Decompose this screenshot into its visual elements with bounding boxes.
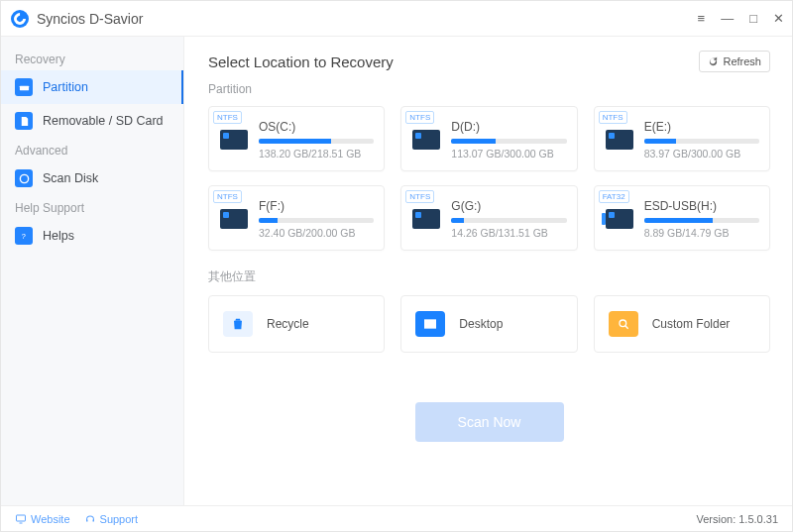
folder-search-icon [609,311,638,337]
usage-text: 32.40 GB/200.00 GB [259,227,374,239]
filesystem-badge: NTFS [405,190,434,203]
refresh-button[interactable]: Refresh [699,51,770,72]
location-card-custom[interactable]: Custom Folder [594,295,770,353]
sidebar-item-label: Partition [43,80,88,94]
partition-info: G(G:)14.26 GB/131.51 GB [451,199,566,239]
partition-grid: NTFSOS(C:)138.20 GB/218.51 GBNTFSD(D:)11… [208,106,770,251]
partition-info: E(E:)83.97 GB/300.00 GB [644,120,759,160]
main-panel: Select Location to Recovery Refresh Part… [184,37,792,505]
usage-bar [644,139,759,144]
website-link[interactable]: Website [15,513,70,525]
drive-icon [605,125,634,155]
sidebar-item-label: Helps [43,229,74,243]
menu-icon[interactable]: ≡ [698,11,706,26]
main-header: Select Location to Recovery Refresh [208,51,770,72]
partition-info: D(D:)113.07 GB/300.00 GB [451,120,566,160]
maximize-button[interactable]: □ [749,11,757,26]
svg-rect-4 [17,515,26,521]
usage-bar [259,218,374,223]
partition-section-label: Partition [208,82,770,96]
partition-card-D(D:)[interactable]: NTFSD(D:)113.07 GB/300.00 GB [400,106,577,171]
headset-icon [84,513,96,525]
other-section-label: 其他位置 [208,268,770,285]
partition-name: G(G:) [451,199,566,213]
support-label: Support [100,513,139,525]
title-bar: Syncios D-Savior ≡ — □ ✕ [1,1,792,37]
sidebar-item-partition[interactable]: Partition [1,70,183,104]
desktop-icon [415,311,445,337]
usage-bar [451,218,566,223]
sidebar-item-label: Removable / SD Card [43,114,164,128]
window-controls: ≡ — □ ✕ [698,11,784,26]
refresh-label: Refresh [723,55,761,67]
partition-info: OS(C:)138.20 GB/218.51 GB [259,120,374,160]
sidebar-group-recovery: Recovery [1,47,183,70]
sidebar-item-label: Scan Disk [43,171,98,185]
help-icon: ? [15,227,33,245]
refresh-icon [708,56,719,67]
partition-name: E(E:) [644,120,759,134]
usage-text: 14.26 GB/131.51 GB [451,227,566,239]
partition-name: F(F:) [259,199,374,213]
filesystem-badge: NTFS [213,190,242,203]
close-button[interactable]: ✕ [773,11,784,26]
sd-card-icon [15,112,33,130]
drive-icon [219,125,249,155]
location-label: Recycle [267,317,309,331]
filesystem-badge: NTFS [213,111,242,124]
scan-now-button[interactable]: Scan Now [415,402,564,442]
usage-text: 138.20 GB/218.51 GB [259,148,374,160]
scan-icon [15,169,33,187]
monitor-icon [15,513,27,525]
app-title: Syncios D-Savior [37,11,143,27]
usage-bar [259,139,374,144]
drive-icon [411,204,441,234]
filesystem-badge: NTFS [599,111,627,124]
footer-links: Website Support [15,513,138,525]
drive-icon [411,125,441,155]
location-card-desktop[interactable]: Desktop [400,295,577,353]
location-card-recycle[interactable]: Recycle [208,295,385,353]
drive-icon [605,204,634,234]
svg-rect-0 [19,85,28,90]
sidebar-item-helps[interactable]: ? Helps [1,219,183,253]
sidebar-item-removable[interactable]: Removable / SD Card [1,104,183,138]
usage-bar [644,218,759,223]
other-locations-grid: RecycleDesktopCustom Folder [208,295,770,353]
sidebar: Recovery Partition Removable / SD Card A… [1,37,184,505]
partition-card-G(G:)[interactable]: NTFSG(G:)14.26 GB/131.51 GB [400,185,577,251]
sidebar-group-help: Help Support [1,195,183,219]
version-label: Version: 1.5.0.31 [696,513,778,525]
filesystem-badge: FAT32 [599,190,629,203]
drive-icon [219,204,249,234]
app-logo-icon [11,10,29,28]
sidebar-group-advanced: Advanced [1,138,183,161]
filesystem-badge: NTFS [405,111,434,124]
usage-text: 83.97 GB/300.00 GB [644,148,759,160]
usage-bar [451,139,566,144]
svg-point-3 [620,320,626,327]
partition-icon [15,78,33,96]
partition-name: D(D:) [451,120,566,134]
sidebar-item-scan-disk[interactable]: Scan Disk [1,161,183,195]
partition-card-E(E:)[interactable]: NTFSE(E:)83.97 GB/300.00 GB [594,106,770,171]
partition-info: ESD-USB(H:)8.89 GB/14.79 GB [644,199,759,239]
minimize-button[interactable]: — [721,11,734,26]
partition-name: OS(C:) [259,120,374,134]
location-label: Custom Folder [652,317,731,331]
svg-text:?: ? [21,232,25,241]
app-window: Syncios D-Savior ≡ — □ ✕ Recovery Partit… [0,0,793,532]
website-label: Website [31,513,70,525]
partition-name: ESD-USB(H:) [644,199,759,213]
scan-area: Scan Now [208,402,770,442]
page-title: Select Location to Recovery [208,53,394,70]
usage-text: 113.07 GB/300.00 GB [451,148,566,160]
usage-text: 8.89 GB/14.79 GB [644,227,759,239]
support-link[interactable]: Support [84,513,139,525]
footer: Website Support Version: 1.5.0.31 [1,505,792,531]
partition-card-ESD-USB(H:)[interactable]: FAT32ESD-USB(H:)8.89 GB/14.79 GB [594,185,770,251]
recycle-bin-icon [223,311,253,337]
partition-card-OS(C:)[interactable]: NTFSOS(C:)138.20 GB/218.51 GB [208,106,385,171]
partition-card-F(F:)[interactable]: NTFSF(F:)32.40 GB/200.00 GB [208,185,385,251]
svg-point-1 [20,174,28,182]
